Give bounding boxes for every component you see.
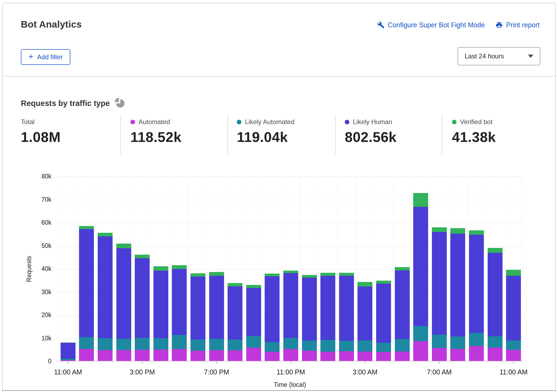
bar-16[interactable] [357,282,372,361]
likely-automated-segment[interactable] [228,340,242,350]
likely-human-segment[interactable] [116,248,131,339]
likely-human-segment[interactable] [191,277,205,340]
likely-human-segment[interactable] [153,271,168,338]
likely-automated-segment[interactable] [283,338,298,349]
verified-bot-segment[interactable] [376,281,391,284]
verified-bot-segment[interactable] [246,285,261,288]
automated-segment[interactable] [469,346,484,361]
verified-bot-segment[interactable] [357,282,372,287]
verified-bot-segment[interactable] [153,266,168,270]
bar-5[interactable] [153,266,168,361]
bar-24[interactable] [506,270,521,361]
likely-human-segment[interactable] [135,258,150,338]
bar-1[interactable] [79,226,94,361]
likely-automated-segment[interactable] [246,336,261,348]
verified-bot-segment[interactable] [339,273,354,276]
automated-segment[interactable] [116,350,131,361]
likely-human-segment[interactable] [413,207,428,326]
automated-segment[interactable] [339,351,354,361]
likely-human-segment[interactable] [506,276,521,340]
bar-8[interactable] [209,272,224,361]
verified-bot-segment[interactable] [209,272,224,276]
likely-human-segment[interactable] [488,253,503,336]
automated-segment[interactable] [357,351,372,361]
verified-bot-segment[interactable] [79,226,94,229]
likely-human-segment[interactable] [376,284,391,343]
automated-segment[interactable] [413,341,428,361]
likely-automated-segment[interactable] [98,338,113,350]
automated-segment[interactable] [506,350,521,361]
likely-automated-segment[interactable] [265,342,280,352]
likely-human-segment[interactable] [432,232,447,335]
automated-segment[interactable] [432,348,447,361]
likely-automated-segment[interactable] [339,341,354,351]
verified-bot-segment[interactable] [98,233,113,236]
bar-20[interactable] [432,227,447,361]
bar-14[interactable] [320,273,335,361]
time-range-select[interactable]: Last 24 hours [458,47,540,65]
likely-human-segment[interactable] [61,343,76,358]
likely-automated-segment[interactable] [506,340,521,350]
bar-21[interactable] [450,228,465,361]
bar-19[interactable] [413,193,428,361]
verified-bot-segment[interactable] [320,273,335,276]
verified-bot-segment[interactable] [265,274,280,276]
bar-4[interactable] [135,255,150,361]
likely-automated-segment[interactable] [432,335,447,348]
likely-automated-segment[interactable] [488,336,503,348]
bar-23[interactable] [488,248,503,361]
likely-human-segment[interactable] [469,235,484,333]
verified-bot-segment[interactable] [116,244,131,248]
likely-automated-segment[interactable] [153,338,168,350]
automated-segment[interactable] [376,352,391,361]
automated-segment[interactable] [283,349,298,361]
verified-bot-segment[interactable] [172,265,187,269]
bar-18[interactable] [395,267,410,361]
likely-automated-segment[interactable] [469,333,484,346]
verified-bot-segment[interactable] [228,283,242,286]
verified-bot-segment[interactable] [469,230,484,235]
automated-segment[interactable] [135,350,150,361]
likely-human-segment[interactable] [228,286,242,340]
verified-bot-segment[interactable] [450,228,465,234]
automated-segment[interactable] [79,349,94,361]
verified-bot-segment[interactable] [432,227,447,232]
likely-human-segment[interactable] [320,276,335,340]
automated-segment[interactable] [488,348,503,361]
automated-segment[interactable] [153,350,168,361]
likely-human-segment[interactable] [265,276,280,342]
likely-automated-segment[interactable] [116,339,131,350]
bar-22[interactable] [469,230,484,361]
likely-automated-segment[interactable] [357,340,372,351]
likely-automated-segment[interactable] [450,337,465,349]
verified-bot-segment[interactable] [302,275,317,278]
likely-human-segment[interactable] [302,278,317,341]
automated-segment[interactable] [302,351,317,361]
bar-2[interactable] [98,233,113,361]
bar-7[interactable] [191,273,205,361]
bar-17[interactable] [376,281,391,361]
bar-10[interactable] [246,285,261,361]
automated-segment[interactable] [209,350,224,361]
likely-human-segment[interactable] [450,234,465,337]
bar-9[interactable] [228,283,242,361]
bar-11[interactable] [265,274,280,361]
automated-segment[interactable] [450,349,465,361]
likely-human-segment[interactable] [246,288,261,336]
verified-bot-segment[interactable] [506,270,521,276]
likely-automated-segment[interactable] [209,339,224,350]
bar-13[interactable] [302,275,317,361]
likely-human-segment[interactable] [339,276,354,341]
automated-segment[interactable] [172,349,187,361]
configure-super-bot-fight-mode-link[interactable]: Configure Super Bot Fight Mode [377,21,485,29]
verified-bot-segment[interactable] [191,273,205,277]
verified-bot-segment[interactable] [135,255,150,258]
likely-human-segment[interactable] [209,276,224,339]
bar-0[interactable] [61,343,76,361]
bar-15[interactable] [339,273,354,361]
automated-segment[interactable] [61,360,76,361]
automated-segment[interactable] [228,350,242,361]
likely-human-segment[interactable] [283,273,298,338]
likely-human-segment[interactable] [172,269,187,335]
likely-automated-segment[interactable] [413,326,428,341]
